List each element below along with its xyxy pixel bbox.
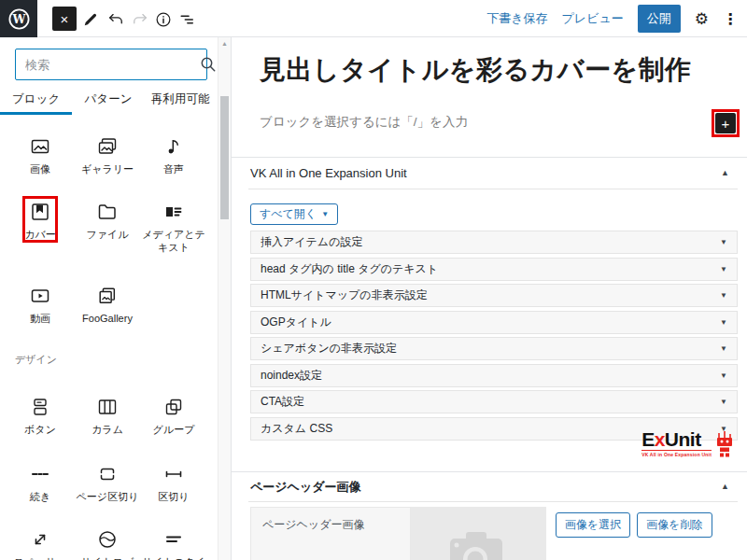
accordion-insert-items[interactable]: 挿入アイテムの設定 ▼	[250, 231, 738, 254]
image-block-icon	[29, 135, 51, 158]
block-item-page-break[interactable]: ページ区切り	[73, 463, 142, 503]
tab-reusable[interactable]: 再利用可能	[145, 88, 217, 112]
site-title-block-icon	[162, 528, 185, 551]
block-label: FooGallery	[82, 312, 133, 325]
accordion-label: head タグ内の title タグのテキスト	[261, 261, 438, 277]
chevron-down-icon: ▼	[720, 344, 727, 353]
details-button[interactable]	[153, 9, 174, 30]
publish-button[interactable]: 公開	[638, 5, 681, 33]
inserter-tabs: ブロック パターン 再利用可能	[0, 88, 217, 112]
more-options-icon[interactable]: ⋮	[723, 10, 738, 28]
close-icon: ×	[61, 12, 69, 26]
more-block-icon	[29, 463, 51, 485]
settings-gear-icon[interactable]: ⚙	[695, 9, 709, 28]
page-header-collapse-icon[interactable]: ▲	[721, 482, 729, 491]
accordion-noindex[interactable]: noindex設定 ▼	[250, 364, 738, 387]
block-item-site-title[interactable]: サイトのタイトル	[139, 528, 208, 560]
block-item-image[interactable]: 画像	[6, 135, 75, 175]
block-label: サイトのタイトル	[139, 555, 208, 560]
block-label: ページ区切り	[77, 490, 139, 503]
list-view-button[interactable]	[176, 9, 197, 30]
vk-panel-collapse-icon[interactable]: ▲	[721, 168, 729, 177]
block-item-media-text[interactable]: メディアとテキスト	[139, 201, 208, 255]
accordion-html-sitemap[interactable]: HTMLサイトマップの非表示設定 ▼	[250, 284, 738, 307]
sidebar-scrollbar-thumb[interactable]	[220, 96, 229, 219]
block-item-file[interactable]: ファイル	[73, 201, 142, 241]
folder-icon	[96, 201, 119, 223]
chevron-down-icon: ▼	[720, 238, 727, 246]
block-label: 続き	[30, 490, 50, 503]
open-all-label: すべて開く	[260, 206, 317, 222]
sidebar-scrollbar[interactable]: ▲	[218, 37, 231, 560]
pencil-icon	[81, 10, 100, 29]
block-label: ボタン	[24, 423, 56, 436]
edit-mode-button[interactable]	[80, 9, 101, 30]
select-image-button[interactable]: 画像を選択	[556, 512, 630, 538]
block-item-foogallery[interactable]: FooGallery	[73, 285, 142, 325]
accordion-share-buttons[interactable]: シェアボタンの非表示設定 ▼	[250, 337, 738, 360]
accordion-label: カスタム CSS	[261, 421, 332, 437]
add-block-highlight-box: +	[712, 109, 740, 137]
accordion-label: シェアボタンの非表示設定	[261, 341, 397, 357]
editor-topbar: W ×	[0, 0, 747, 37]
block-label: 画像	[30, 162, 50, 175]
block-item-audio[interactable]: 音声	[139, 135, 208, 175]
block-item-site-logo[interactable]: サイトロゴ	[73, 528, 142, 560]
cover-block-icon	[29, 201, 51, 223]
page-header-image-row: ページヘッダー画像 画像を選択 画像を削除	[250, 507, 740, 560]
block-inserter-toggle[interactable]: ×	[52, 7, 77, 31]
accordion-head-title-tag[interactable]: head タグ内の title タグのテキスト ▼	[250, 258, 738, 281]
vk-panel-divider	[248, 189, 738, 189]
accordion-ogp-title[interactable]: OGPタイトル ▼	[250, 311, 738, 334]
redo-button[interactable]	[130, 9, 150, 30]
audio-block-icon	[162, 135, 185, 158]
block-item-columns[interactable]: カラム	[73, 396, 142, 436]
save-draft-button[interactable]: 下書き保存	[486, 10, 547, 27]
open-all-button[interactable]: すべて開く ▼	[250, 203, 338, 225]
block-label: ギャラリー	[81, 162, 134, 175]
accordion-label: OGPタイトル	[261, 315, 331, 330]
block-item-group[interactable]: グループ	[139, 396, 208, 436]
accordion-label: CTA設定	[261, 394, 304, 410]
wordpress-logo-button[interactable]: W	[0, 0, 37, 37]
preview-button[interactable]: プレビュー	[562, 10, 624, 27]
block-appender-placeholder[interactable]: ブロックを選択するには「/」を入力	[260, 114, 468, 131]
separator-block-icon	[162, 463, 185, 485]
image-placeholder	[411, 507, 546, 560]
page-header-panel-title[interactable]: ページヘッダー画像	[250, 479, 361, 496]
undo-icon	[106, 10, 125, 29]
chevron-down-icon: ▼	[720, 265, 727, 273]
vk-panel-title[interactable]: VK All in One Expansion Unit	[250, 166, 407, 180]
block-search-input[interactable]	[16, 49, 197, 79]
remove-image-button[interactable]: 画像を削除	[637, 512, 712, 538]
block-item-more[interactable]: 続き	[6, 463, 75, 503]
exunit-logo: ExUnit VK All in One Expansion Unit	[641, 429, 734, 457]
block-item-buttons[interactable]: ボタン	[6, 396, 75, 436]
block-item-separator[interactable]: 区切り	[139, 463, 208, 503]
scroll-up-arrow-icon[interactable]: ▲	[221, 40, 228, 47]
redo-icon	[131, 10, 149, 29]
add-block-button[interactable]: +	[715, 113, 736, 133]
block-label: ファイル	[86, 228, 128, 241]
post-title[interactable]: 見出しタイトルを彩るカバーを制作	[260, 52, 692, 88]
block-item-video[interactable]: 動画	[6, 285, 75, 325]
page-header-panel-top-border	[232, 471, 747, 472]
block-label: スペーサー	[14, 555, 66, 560]
block-item-cover[interactable]: カバー	[6, 201, 75, 241]
block-item-spacer[interactable]: スペーサー	[6, 528, 75, 560]
vk-accordion-list: 挿入アイテムの設定 ▼ head タグ内の title タグのテキスト ▼ HT…	[250, 231, 738, 443]
tab-patterns[interactable]: パターン	[72, 88, 144, 112]
undo-button[interactable]	[106, 9, 126, 30]
accordion-label: noindex設定	[261, 368, 322, 384]
block-item-gallery[interactable]: ギャラリー	[73, 135, 142, 175]
media-text-block-icon	[162, 201, 185, 223]
accordion-cta[interactable]: CTA設定 ▼	[250, 390, 738, 413]
columns-block-icon	[96, 396, 119, 418]
editor-canvas: 見出しタイトルを彩るカバーを制作 ブロックを選択するには「/」を入力 + VK …	[232, 37, 747, 560]
group-block-icon	[162, 396, 185, 418]
chevron-down-icon: ▼	[720, 318, 727, 327]
block-search-box	[15, 49, 207, 80]
tab-blocks[interactable]: ブロック	[0, 88, 72, 112]
accordion-label: HTMLサイトマップの非表示設定	[261, 287, 428, 303]
page-header-divider	[248, 501, 738, 502]
